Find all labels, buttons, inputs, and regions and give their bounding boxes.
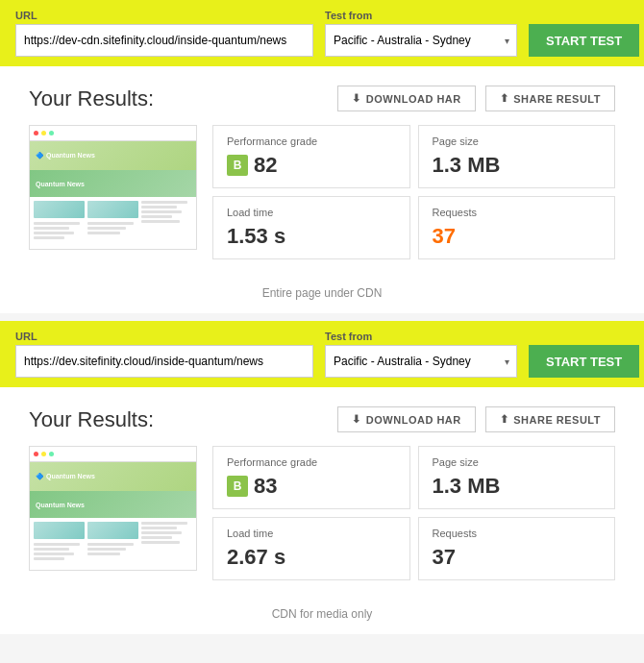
screenshot-2: 🔷 Quantum News Quantum News [29, 446, 197, 571]
test-block-1: URL Test from Pacific - Australia - Sydn… [0, 0, 644, 313]
start-test-button-2[interactable]: START TEST [529, 345, 639, 378]
requests-label-1: Requests [433, 207, 602, 218]
perf-grade-card-1: Performance grade B 82 [212, 125, 410, 188]
download-har-label-1: DOWNLOAD HAR [366, 93, 461, 105]
loadtime-card-1: Load time 1.53 s [212, 196, 410, 259]
test-block-2: URL Test from Pacific - Australia - Sydn… [0, 321, 644, 634]
section-divider [0, 313, 644, 321]
requests-value-2: 37 [433, 545, 602, 570]
pagesize-card-1: Page size 1.3 MB [418, 125, 616, 188]
loadtime-value-2: 2.67 s [227, 545, 396, 570]
share-result-label-1: SHARE RESULT [513, 93, 601, 105]
url-field-group-1: URL [15, 10, 313, 57]
results-title-2: Your Results: [29, 407, 154, 432]
testfrom-field-group-1: Test from Pacific - Australia - Sydney U… [325, 10, 517, 57]
results-section-1: Your Results: ⬇ DOWNLOAD HAR ⬆ SHARE RES… [0, 66, 644, 277]
requests-value-1: 37 [433, 224, 602, 249]
testfrom-select-wrapper-1: Pacific - Australia - Sydney US - East -… [325, 24, 517, 57]
share-result-button-1[interactable]: ⬆ SHARE RESULT [485, 86, 615, 111]
perf-grade-card-2: Performance grade B 83 [212, 446, 410, 509]
perf-grade-label-2: Performance grade [227, 456, 396, 468]
results-title-1: Your Results: [29, 86, 154, 111]
results-content-1: 🔷 Quantum News Quantum News [29, 125, 615, 259]
grade-badge-1: B [227, 155, 248, 176]
results-header-1: Your Results: ⬇ DOWNLOAD HAR ⬆ SHARE RES… [29, 86, 615, 111]
perf-grade-label-1: Performance grade [227, 135, 396, 147]
results-header-2: Your Results: ⬇ DOWNLOAD HAR ⬆ SHARE RES… [29, 406, 615, 432]
url-input-2[interactable] [15, 345, 313, 378]
pagesize-label-2: Page size [433, 456, 602, 468]
pagesize-card-2: Page size 1.3 MB [418, 446, 616, 509]
grade-badge-2: B [227, 476, 248, 497]
testfrom-select-1[interactable]: Pacific - Australia - Sydney US - East -… [325, 24, 517, 57]
share-icon-1: ⬆ [500, 92, 509, 105]
url-field-group-2: URL [15, 331, 313, 378]
pagesize-value-2: 1.3 MB [433, 474, 602, 499]
results-section-2: Your Results: ⬇ DOWNLOAD HAR ⬆ SHARE RES… [0, 387, 644, 598]
start-test-button-1[interactable]: START TEST [529, 24, 639, 57]
metrics-grid-2: Performance grade B 83 Page size 1.3 MB … [212, 446, 615, 580]
cdn-note-1: Entire page under CDN [0, 277, 644, 313]
loadtime-card-2: Load time 2.67 s [212, 517, 410, 580]
share-icon-2: ⬆ [500, 413, 509, 426]
testfrom-select-2[interactable]: Pacific - Australia - Sydney US - East -… [325, 345, 517, 378]
pagesize-value-1: 1.3 MB [433, 153, 602, 178]
download-har-button-2[interactable]: ⬇ DOWNLOAD HAR [337, 406, 475, 432]
cdn-note-2: CDN for media only [0, 598, 644, 634]
download-icon-2: ⬇ [352, 413, 361, 426]
download-har-label-2: DOWNLOAD HAR [366, 414, 461, 426]
download-icon-1: ⬇ [352, 92, 361, 105]
url-label-1: URL [15, 10, 313, 21]
loadtime-label-2: Load time [227, 528, 396, 539]
testfrom-label-1: Test from [325, 10, 517, 21]
results-actions-1: ⬇ DOWNLOAD HAR ⬆ SHARE RESULT [337, 86, 615, 111]
url-input-1[interactable] [15, 24, 313, 57]
share-result-label-2: SHARE RESULT [513, 414, 601, 426]
results-content-2: 🔷 Quantum News Quantum News [29, 446, 615, 580]
loadtime-label-1: Load time [227, 207, 396, 218]
perf-grade-value-1: B 82 [227, 153, 396, 178]
download-har-button-1[interactable]: ⬇ DOWNLOAD HAR [337, 86, 475, 111]
testfrom-label-2: Test from [325, 331, 517, 342]
requests-label-2: Requests [433, 528, 602, 539]
perf-number-1: 82 [254, 153, 277, 178]
top-bar-2: URL Test from Pacific - Australia - Sydn… [0, 321, 644, 387]
metrics-grid-1: Performance grade B 82 Page size 1.3 MB … [212, 125, 615, 259]
top-bar-1: URL Test from Pacific - Australia - Sydn… [0, 0, 644, 66]
requests-card-2: Requests 37 [418, 517, 616, 580]
loadtime-value-1: 1.53 s [227, 224, 396, 249]
url-label-2: URL [15, 331, 313, 342]
testfrom-field-group-2: Test from Pacific - Australia - Sydney U… [325, 331, 517, 378]
testfrom-select-wrapper-2: Pacific - Australia - Sydney US - East -… [325, 345, 517, 378]
requests-card-1: Requests 37 [418, 196, 616, 259]
perf-number-2: 83 [254, 474, 277, 499]
pagesize-label-1: Page size [433, 135, 602, 147]
screenshot-1: 🔷 Quantum News Quantum News [29, 125, 197, 250]
results-actions-2: ⬇ DOWNLOAD HAR ⬆ SHARE RESULT [337, 406, 615, 432]
perf-grade-value-2: B 83 [227, 474, 396, 499]
share-result-button-2[interactable]: ⬆ SHARE RESULT [485, 406, 615, 432]
